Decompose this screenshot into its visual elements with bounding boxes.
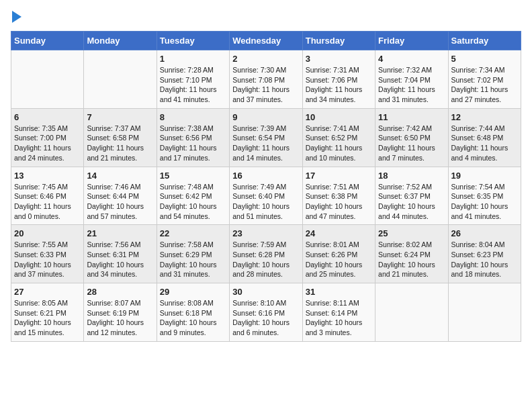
day-info: Sunrise: 7:55 AM Sunset: 6:33 PM Dayligh… bbox=[14, 240, 81, 279]
day-info: Sunrise: 7:59 AM Sunset: 6:28 PM Dayligh… bbox=[232, 240, 299, 279]
calendar-cell: 25Sunrise: 8:02 AM Sunset: 6:24 PM Dayli… bbox=[375, 225, 448, 283]
day-info: Sunrise: 8:10 AM Sunset: 6:16 PM Dayligh… bbox=[232, 298, 299, 338]
day-number: 15 bbox=[160, 171, 226, 181]
day-info: Sunrise: 8:04 AM Sunset: 6:23 PM Dayligh… bbox=[451, 240, 518, 279]
calendar-cell: 24Sunrise: 8:01 AM Sunset: 6:26 PM Dayli… bbox=[302, 225, 375, 283]
day-number: 24 bbox=[306, 228, 372, 238]
day-info: Sunrise: 8:02 AM Sunset: 6:24 PM Dayligh… bbox=[378, 240, 445, 279]
calendar-cell: 16Sunrise: 7:49 AM Sunset: 6:40 PM Dayli… bbox=[230, 167, 302, 225]
calendar-week-row: 13Sunrise: 7:45 AM Sunset: 6:46 PM Dayli… bbox=[11, 167, 521, 225]
calendar-cell bbox=[375, 283, 448, 342]
day-info: Sunrise: 8:07 AM Sunset: 6:19 PM Dayligh… bbox=[87, 298, 153, 338]
day-info: Sunrise: 7:48 AM Sunset: 6:42 PM Dayligh… bbox=[160, 182, 226, 222]
day-number: 7 bbox=[87, 112, 153, 122]
calendar-cell bbox=[84, 50, 157, 109]
calendar-cell: 18Sunrise: 7:52 AM Sunset: 6:37 PM Dayli… bbox=[375, 167, 448, 225]
calendar-cell: 30Sunrise: 8:10 AM Sunset: 6:16 PM Dayli… bbox=[230, 283, 302, 342]
day-number: 8 bbox=[160, 112, 226, 122]
day-number: 4 bbox=[378, 54, 445, 64]
day-number: 31 bbox=[306, 287, 372, 297]
calendar-cell: 1Sunrise: 7:28 AM Sunset: 7:10 PM Daylig… bbox=[157, 50, 229, 109]
day-info: Sunrise: 7:58 AM Sunset: 6:29 PM Dayligh… bbox=[160, 240, 226, 279]
column-header-sunday: Sunday bbox=[11, 32, 84, 50]
day-number: 17 bbox=[306, 171, 372, 181]
day-info: Sunrise: 7:35 AM Sunset: 7:00 PM Dayligh… bbox=[14, 124, 81, 163]
column-header-wednesday: Wednesday bbox=[230, 32, 302, 50]
calendar-cell: 31Sunrise: 8:11 AM Sunset: 6:14 PM Dayli… bbox=[302, 283, 375, 342]
calendar-cell: 4Sunrise: 7:32 AM Sunset: 7:04 PM Daylig… bbox=[375, 50, 448, 109]
day-info: Sunrise: 7:38 AM Sunset: 6:56 PM Dayligh… bbox=[160, 124, 226, 163]
calendar-cell: 11Sunrise: 7:42 AM Sunset: 6:50 PM Dayli… bbox=[375, 108, 448, 167]
day-number: 2 bbox=[232, 54, 299, 64]
day-number: 14 bbox=[87, 171, 153, 181]
calendar-cell: 28Sunrise: 8:07 AM Sunset: 6:19 PM Dayli… bbox=[84, 283, 157, 342]
logo-arrow-icon bbox=[12, 11, 21, 23]
logo bbox=[11, 11, 21, 26]
day-number: 26 bbox=[451, 228, 518, 238]
day-info: Sunrise: 7:56 AM Sunset: 6:31 PM Dayligh… bbox=[87, 240, 153, 279]
calendar-cell: 6Sunrise: 7:35 AM Sunset: 7:00 PM Daylig… bbox=[11, 108, 84, 167]
day-number: 23 bbox=[232, 228, 299, 238]
day-number: 25 bbox=[378, 228, 445, 238]
day-number: 10 bbox=[306, 112, 372, 122]
calendar-cell: 13Sunrise: 7:45 AM Sunset: 6:46 PM Dayli… bbox=[11, 167, 84, 225]
day-number: 19 bbox=[451, 171, 518, 181]
day-number: 12 bbox=[451, 112, 518, 122]
day-info: Sunrise: 8:05 AM Sunset: 6:21 PM Dayligh… bbox=[14, 298, 81, 338]
day-number: 13 bbox=[14, 171, 81, 181]
calendar-week-row: 20Sunrise: 7:55 AM Sunset: 6:33 PM Dayli… bbox=[11, 225, 521, 283]
day-info: Sunrise: 7:41 AM Sunset: 6:52 PM Dayligh… bbox=[306, 124, 372, 163]
calendar-week-row: 1Sunrise: 7:28 AM Sunset: 7:10 PM Daylig… bbox=[11, 50, 521, 109]
day-info: Sunrise: 7:52 AM Sunset: 6:37 PM Dayligh… bbox=[378, 182, 445, 222]
calendar-cell: 12Sunrise: 7:44 AM Sunset: 6:48 PM Dayli… bbox=[448, 108, 521, 167]
day-number: 20 bbox=[14, 228, 81, 238]
calendar-cell: 8Sunrise: 7:38 AM Sunset: 6:56 PM Daylig… bbox=[157, 108, 229, 167]
calendar-cell: 19Sunrise: 7:54 AM Sunset: 6:35 PM Dayli… bbox=[448, 167, 521, 225]
day-info: Sunrise: 7:54 AM Sunset: 6:35 PM Dayligh… bbox=[451, 182, 518, 222]
calendar-cell: 7Sunrise: 7:37 AM Sunset: 6:58 PM Daylig… bbox=[84, 108, 157, 167]
calendar-cell bbox=[11, 50, 84, 109]
day-info: Sunrise: 7:34 AM Sunset: 7:02 PM Dayligh… bbox=[451, 65, 518, 105]
day-info: Sunrise: 7:30 AM Sunset: 7:08 PM Dayligh… bbox=[232, 65, 299, 105]
calendar-table: SundayMondayTuesdayWednesdayThursdayFrid… bbox=[11, 31, 521, 342]
column-header-tuesday: Tuesday bbox=[157, 32, 229, 50]
calendar-cell: 10Sunrise: 7:41 AM Sunset: 6:52 PM Dayli… bbox=[302, 108, 375, 167]
day-number: 30 bbox=[232, 287, 299, 297]
day-number: 18 bbox=[378, 171, 445, 181]
day-info: Sunrise: 7:31 AM Sunset: 7:06 PM Dayligh… bbox=[306, 65, 372, 105]
calendar-cell: 20Sunrise: 7:55 AM Sunset: 6:33 PM Dayli… bbox=[11, 225, 84, 283]
day-info: Sunrise: 8:08 AM Sunset: 6:18 PM Dayligh… bbox=[160, 298, 226, 338]
calendar-week-row: 27Sunrise: 8:05 AM Sunset: 6:21 PM Dayli… bbox=[11, 283, 521, 342]
calendar-cell: 21Sunrise: 7:56 AM Sunset: 6:31 PM Dayli… bbox=[84, 225, 157, 283]
day-number: 28 bbox=[87, 287, 153, 297]
page-header bbox=[11, 11, 521, 26]
day-info: Sunrise: 8:11 AM Sunset: 6:14 PM Dayligh… bbox=[306, 298, 372, 338]
column-header-monday: Monday bbox=[84, 32, 157, 50]
calendar-cell: 22Sunrise: 7:58 AM Sunset: 6:29 PM Dayli… bbox=[157, 225, 229, 283]
calendar-cell: 23Sunrise: 7:59 AM Sunset: 6:28 PM Dayli… bbox=[230, 225, 302, 283]
day-number: 6 bbox=[14, 112, 81, 122]
calendar-cell: 3Sunrise: 7:31 AM Sunset: 7:06 PM Daylig… bbox=[302, 50, 375, 109]
calendar-cell bbox=[448, 283, 521, 342]
day-info: Sunrise: 7:39 AM Sunset: 6:54 PM Dayligh… bbox=[232, 124, 299, 163]
column-header-friday: Friday bbox=[375, 32, 448, 50]
day-number: 22 bbox=[160, 228, 226, 238]
day-number: 21 bbox=[87, 228, 153, 238]
calendar-header-row: SundayMondayTuesdayWednesdayThursdayFrid… bbox=[11, 32, 521, 50]
day-number: 1 bbox=[160, 54, 226, 64]
day-number: 16 bbox=[232, 171, 299, 181]
day-info: Sunrise: 7:44 AM Sunset: 6:48 PM Dayligh… bbox=[451, 124, 518, 163]
calendar-week-row: 6Sunrise: 7:35 AM Sunset: 7:00 PM Daylig… bbox=[11, 108, 521, 167]
day-number: 5 bbox=[451, 54, 518, 64]
calendar-cell: 9Sunrise: 7:39 AM Sunset: 6:54 PM Daylig… bbox=[230, 108, 302, 167]
day-number: 3 bbox=[306, 54, 372, 64]
calendar-cell: 15Sunrise: 7:48 AM Sunset: 6:42 PM Dayli… bbox=[157, 167, 229, 225]
day-info: Sunrise: 7:28 AM Sunset: 7:10 PM Dayligh… bbox=[160, 65, 226, 105]
day-info: Sunrise: 7:46 AM Sunset: 6:44 PM Dayligh… bbox=[87, 182, 153, 222]
day-number: 9 bbox=[232, 112, 299, 122]
day-info: Sunrise: 7:32 AM Sunset: 7:04 PM Dayligh… bbox=[378, 65, 445, 105]
column-header-thursday: Thursday bbox=[302, 32, 375, 50]
calendar-cell: 5Sunrise: 7:34 AM Sunset: 7:02 PM Daylig… bbox=[448, 50, 521, 109]
calendar-cell: 14Sunrise: 7:46 AM Sunset: 6:44 PM Dayli… bbox=[84, 167, 157, 225]
day-number: 27 bbox=[14, 287, 81, 297]
